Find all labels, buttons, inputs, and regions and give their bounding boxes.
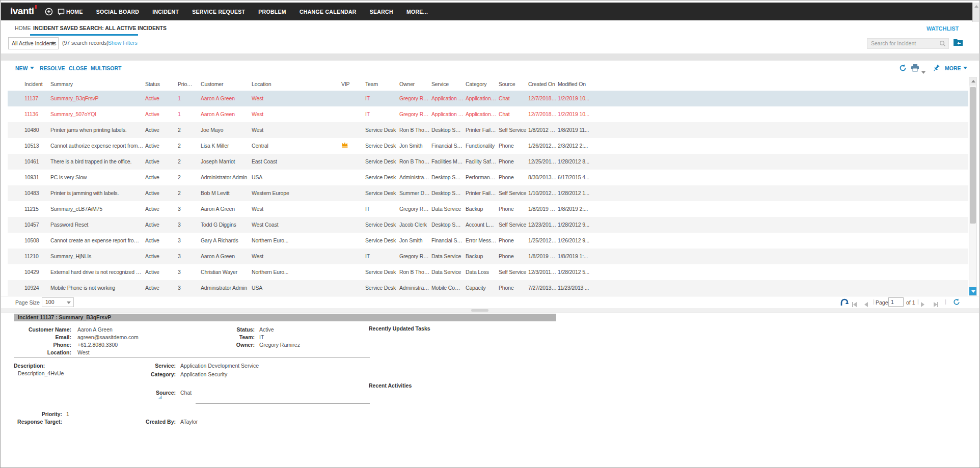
nav-item-problem[interactable]: PROBLEM <box>258 9 286 15</box>
cell-priority: 1 <box>178 111 193 117</box>
cell-owner: Ron B Thomas <box>399 127 430 133</box>
grid-vertical-scrollbar[interactable] <box>969 77 977 296</box>
page-size-select[interactable]: 100 <box>42 297 74 307</box>
scroll-down-icon <box>971 290 975 293</box>
cell-created: 1/8/2019 1:... <box>528 253 557 259</box>
col-header-modified[interactable]: Modified On <box>558 81 596 87</box>
cell-customer: Joe Mayo <box>201 127 251 133</box>
col-header-team[interactable]: Team <box>365 81 397 87</box>
refresh-icon[interactable] <box>899 64 907 74</box>
cell-status: Active <box>145 158 175 164</box>
scroll-down-button[interactable] <box>969 287 976 295</box>
cell-location: Northern Euro... <box>252 237 313 243</box>
saved-search-folder-icon[interactable] <box>953 38 963 48</box>
cell-source: Self Service <box>499 127 527 133</box>
detail-divider <box>14 357 370 358</box>
chevron-down-icon[interactable] <box>921 67 925 76</box>
cell-priority: 2 <box>178 158 193 164</box>
new-button[interactable]: NEW <box>15 65 34 71</box>
cell-service: Financial Serv... <box>431 237 464 243</box>
clear-sort-icon[interactable] <box>840 298 849 308</box>
col-header-vip[interactable]: VIP <box>341 81 355 87</box>
nav-item-social-board[interactable]: SOCIAL BOARD <box>96 9 140 15</box>
table-row[interactable]: 10429External hard drive is not recogniz… <box>8 264 968 280</box>
scrollbar-thumb[interactable] <box>970 87 976 224</box>
cell-location: Western Europe <box>252 190 313 196</box>
nav-item-change-calendar[interactable]: CHANGE CALENDAR <box>300 9 357 15</box>
cell-created: 12/7/2018 1... <box>528 95 557 101</box>
divider-band <box>1 53 979 61</box>
pin-icon[interactable] <box>932 64 940 74</box>
cell-status: Active <box>145 95 175 101</box>
table-row[interactable]: 10461There is a bird trapped in the offi… <box>8 154 968 170</box>
nav-item-more[interactable]: MORE... <box>406 9 428 15</box>
table-row[interactable]: 11136Summary_507oYQIActive1Aaron A Green… <box>8 106 968 122</box>
print-icon[interactable] <box>911 64 919 74</box>
table-row[interactable]: 10924Mobile Phone is not workingActive3A… <box>8 280 968 296</box>
cell-category: Backup <box>466 206 497 212</box>
col-header-category[interactable]: Category <box>466 81 497 87</box>
circle-plus-icon[interactable] <box>45 8 53 16</box>
table-row[interactable]: 10457Password ResetActive3Todd G Diggins… <box>8 217 968 233</box>
table-row[interactable]: 10508Cannot create an expense report fro… <box>8 233 968 249</box>
nav-item-search[interactable]: SEARCH <box>370 9 393 15</box>
table-row[interactable]: 10480Printer jams when printing labels.A… <box>8 122 968 138</box>
col-header-created[interactable]: Created On <box>528 81 557 87</box>
cell-category: Capacity <box>466 285 497 291</box>
owner-value: Gregory Ramirez <box>259 342 300 348</box>
nav-item-home[interactable]: HOME <box>66 9 83 15</box>
cell-priority: 2 <box>178 174 193 180</box>
scroll-up-icon <box>974 5 978 8</box>
cell-summary: Printer is jamming with labels. <box>50 190 143 196</box>
col-header-status[interactable]: Status <box>145 81 175 87</box>
table-row[interactable]: 11210Summary_HjNLIsActive3Aaron A GreenW… <box>8 249 968 264</box>
refresh-page-icon[interactable] <box>953 298 960 308</box>
col-header-customer[interactable]: Customer <box>201 81 251 87</box>
col-header-source[interactable]: Source <box>499 81 527 87</box>
cell-incident: 10461 <box>24 158 49 164</box>
table-row[interactable]: 10483Printer is jamming with labels.Acti… <box>8 185 968 201</box>
col-header-priority[interactable]: Priority <box>178 81 193 87</box>
tab-close-icon[interactable]: × <box>132 24 135 32</box>
cell-priority: 3 <box>178 285 193 291</box>
cell-category: Printer Failure <box>466 127 497 133</box>
saved-search-dropdown[interactable]: All Active Incidents <box>8 37 59 49</box>
show-filters-link[interactable]: Show Filters <box>108 40 138 46</box>
watchlist-link[interactable]: WATCHLIST <box>927 25 959 32</box>
tab-incident-saved-search[interactable]: INCIDENT SAVED SEARCH: ALL ACTIVE INCIDE… <box>33 25 167 31</box>
resolve-button[interactable]: RESOLVE <box>40 65 65 71</box>
cell-service: Facilities Man... <box>431 158 464 164</box>
description-value: Description_4HvUe <box>18 370 64 376</box>
chat-bubble-icon[interactable] <box>57 8 65 16</box>
col-header-location[interactable]: Location <box>252 81 313 87</box>
col-header-incident[interactable]: Incident <box>24 81 49 87</box>
table-row[interactable]: 11137Summary_B3qFrsvPActive1Aaron A Gree… <box>8 91 968 106</box>
cell-status: Active <box>145 285 175 291</box>
cell-incident: 11210 <box>24 253 49 259</box>
cell-location: Northern Euro... <box>252 269 313 275</box>
saved-search-value: All Active Incidents <box>12 40 57 46</box>
more-button[interactable]: MORE <box>945 65 967 71</box>
multisort-button[interactable]: MULTISORT <box>91 65 121 71</box>
cell-category: Account Lock... <box>466 222 497 228</box>
cell-status: Active <box>145 269 175 275</box>
cell-incident: 11137 <box>24 95 49 101</box>
splitter-grip[interactable] <box>471 309 488 312</box>
col-header-owner[interactable]: Owner <box>399 81 430 87</box>
table-row[interactable]: 11215Summary_cLB7AiM75Active3Aaron A Gre… <box>8 201 968 217</box>
panel-splitter[interactable] <box>1 308 979 313</box>
close-button[interactable]: CLOSE <box>69 65 87 71</box>
scroll-up-button[interactable] <box>969 77 976 86</box>
page-number-input[interactable] <box>888 297 904 307</box>
nav-item-incident[interactable]: INCIDENT <box>152 9 179 15</box>
cell-category: Printer Failure <box>466 190 497 196</box>
incident-search-input[interactable]: Search for Incident <box>867 38 949 49</box>
table-row[interactable]: 10513Cannot authorize expense report fro… <box>8 138 968 154</box>
col-header-service[interactable]: Service <box>431 81 464 87</box>
table-row[interactable]: 10931PC is very SlowActive2Administrator… <box>8 170 968 185</box>
page-scrollbar-top[interactable] <box>972 3 979 22</box>
nav-item-service-request[interactable]: SERVICE REQUEST <box>192 9 245 15</box>
col-header-summary[interactable]: Summary <box>50 81 143 87</box>
tab-home[interactable]: HOME <box>15 25 31 31</box>
resize-grip-icon[interactable] <box>158 395 162 399</box>
